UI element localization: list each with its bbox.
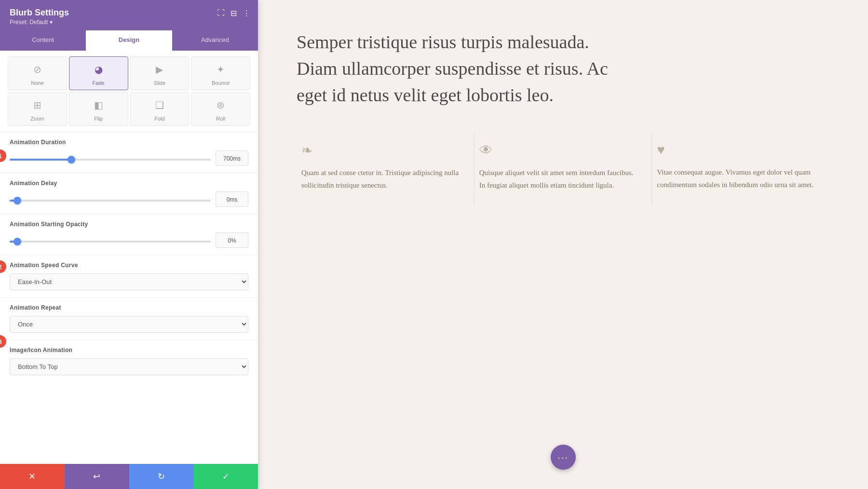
more-icon[interactable]: ⋮ (243, 9, 250, 18)
blurb-item-3: ♥ Vitae consequat augue. Vivamus eget do… (652, 133, 829, 206)
fab-button[interactable]: ··· (551, 445, 576, 470)
tab-content[interactable]: Content (0, 30, 86, 51)
hero-text: Semper tristique risus turpis malesuada.… (297, 29, 634, 109)
duration-slider[interactable] (10, 159, 211, 161)
tab-design[interactable]: Design (86, 30, 172, 51)
tab-advanced[interactable]: Advanced (172, 30, 258, 51)
panel-header-icons: ⛶ ⊟ ⋮ (217, 9, 250, 18)
panel-body: ⊘ None ◕ Fade ▶ Slide ✦ Bounce ⊞ Zoom ◧ … (0, 51, 258, 464)
blurb-icon-3: ♥ (657, 142, 815, 158)
blurb-item-2: 👁 Quisque aliquet velit sit amet sem int… (475, 133, 652, 206)
opacity-slider-row: 0% (10, 232, 248, 248)
delay-slider[interactable] (10, 200, 211, 202)
none-icon: ⊘ (28, 61, 46, 78)
opacity-slider-wrapper (10, 236, 211, 244)
anim-bounce[interactable]: ✦ Bounce (191, 56, 250, 90)
delay-value[interactable]: 0ms (216, 191, 248, 207)
delay-slider-row: 0ms (10, 191, 248, 207)
fade-icon: ◕ (90, 61, 107, 78)
zoom-icon: ⊞ (28, 96, 46, 114)
duration-section: Animation Duration 700ms (0, 132, 258, 173)
flip-label: Flip (94, 116, 103, 122)
anim-zoom[interactable]: ⊞ Zoom (8, 92, 67, 126)
speed-curve-section: Animation Speed Curve Ease-In-Out Linear… (0, 255, 258, 297)
tab-bar: Content Design Advanced (0, 30, 258, 51)
content-area: Semper tristique risus turpis malesuada.… (258, 0, 868, 489)
panel-preset[interactable]: Preset: Default ▾ (10, 19, 248, 26)
duration-slider-wrapper (10, 154, 211, 163)
speed-curve-label: Animation Speed Curve (10, 262, 248, 269)
speed-curve-select[interactable]: Ease-In-Out Linear Ease-In Ease-Out Boun… (10, 273, 248, 290)
opacity-slider[interactable] (10, 241, 211, 243)
redo-button[interactable]: ↻ (129, 464, 194, 489)
zoom-label: Zoom (30, 116, 44, 122)
undo-button[interactable]: ↩ (65, 464, 129, 489)
repeat-select[interactable]: Once Loop Loop Infinity (10, 316, 248, 333)
delay-label: Animation Delay (10, 180, 248, 187)
delay-slider-wrapper (10, 195, 211, 204)
bounce-label: Bounce (212, 80, 230, 86)
opacity-section: Animation Starting Opacity 0% (0, 214, 258, 255)
duration-label: Animation Duration (10, 139, 248, 146)
delay-section: Animation Delay 0ms (0, 173, 258, 214)
split-icon[interactable]: ⊟ (231, 9, 237, 18)
fold-label: Fold (154, 116, 164, 122)
blurb-text-3: Vitae consequat augue. Vivamus eget dolo… (657, 166, 815, 191)
panel-header: Blurb Settings Preset: Default ▾ ⛶ ⊟ ⋮ (0, 0, 258, 30)
blurb-item-1: ❧ Quam at sed conse ctetur in. Tristique… (297, 133, 475, 206)
blurb-text-2: Quisque aliquet velit sit amet sem inter… (479, 167, 637, 191)
anim-slide[interactable]: ▶ Slide (130, 56, 190, 90)
fullscreen-icon[interactable]: ⛶ (217, 9, 225, 18)
panel-title: Blurb Settings (10, 8, 248, 18)
opacity-value[interactable]: 0% (216, 232, 248, 248)
slide-label: Slide (154, 80, 165, 86)
bottom-toolbar: ✕ ↩ ↻ ✓ (0, 464, 258, 489)
flip-icon: ◧ (90, 96, 107, 114)
settings-panel: 1 2 3 Blurb Settings Preset: Default ▾ ⛶… (0, 0, 258, 489)
blurb-icon-2: 👁 (479, 142, 637, 158)
anim-fold[interactable]: ❑ Fold (130, 92, 190, 126)
anim-none[interactable]: ⊘ None (8, 56, 67, 90)
anim-roll[interactable]: ⊛ Roll (191, 92, 250, 126)
opacity-label: Animation Starting Opacity (10, 221, 248, 228)
animation-type-grid: ⊘ None ◕ Fade ▶ Slide ✦ Bounce ⊞ Zoom ◧ … (0, 51, 258, 132)
repeat-label: Animation Repeat (10, 304, 248, 311)
roll-label: Roll (216, 116, 225, 122)
repeat-section: Animation Repeat Once Loop Loop Infinity (0, 297, 258, 340)
blurb-icon-1: ❧ (301, 142, 460, 158)
blurb-text-1: Quam at sed conse ctetur in. Tristique a… (301, 167, 460, 191)
duration-slider-row: 700ms (10, 150, 248, 166)
bounce-icon: ✦ (212, 61, 230, 78)
fade-label: Fade (93, 80, 105, 86)
icon-animation-select[interactable]: Bottom To Top Top To Bottom Left To Righ… (10, 358, 248, 375)
slide-icon: ▶ (151, 61, 168, 78)
fold-icon: ❑ (151, 96, 168, 114)
roll-icon: ⊛ (212, 96, 230, 114)
anim-fade[interactable]: ◕ Fade (69, 56, 128, 90)
icon-animation-label: Image/Icon Animation (10, 347, 248, 353)
cancel-button[interactable]: ✕ (0, 464, 65, 489)
icon-animation-section: Image/Icon Animation Bottom To Top Top T… (0, 340, 258, 382)
none-label: None (31, 80, 43, 86)
anim-flip[interactable]: ◧ Flip (69, 92, 128, 126)
duration-value[interactable]: 700ms (216, 150, 248, 166)
blurb-row: ❧ Quam at sed conse ctetur in. Tristique… (297, 133, 829, 206)
save-button[interactable]: ✓ (193, 464, 258, 489)
